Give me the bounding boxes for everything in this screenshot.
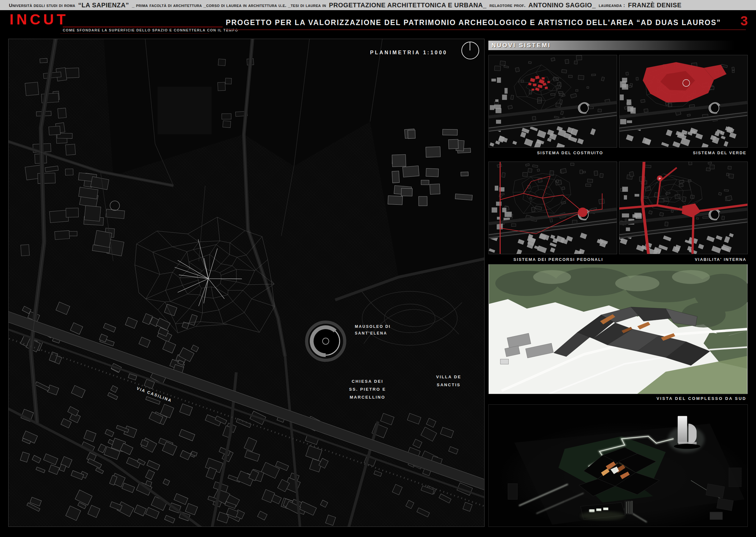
green-system-highlight: [643, 62, 727, 103]
topbar-segment: Università degli studi di roma: [9, 3, 75, 8]
caption-sistema-del-costruito: SISTEMA DEL COSTRUITO: [488, 150, 617, 157]
tile-percorsi-pedonali: [488, 162, 617, 254]
map-label-chiesa: CHIESA DEI SS. PIETRO E MARCELLINO: [345, 377, 390, 401]
render-night-view: [488, 404, 748, 527]
board-title: PROGETTO PER LA VALORIZZAZIONE DEL PATRI…: [226, 19, 701, 27]
caption-percorsi-pedonali: SISTEMA DEI PERCORSI PEDONALI: [488, 257, 617, 264]
tagline: COME SFONDARE LA SUPERFICIE DELLO SPAZIO…: [63, 28, 238, 32]
title-underline: [226, 29, 746, 30]
tile-viabilita-interna: P: [619, 162, 748, 254]
north-arrow-icon: [461, 42, 479, 59]
systems-sidebar: NUOVI SISTEMI: [488, 39, 748, 537]
topbar-segment: laureanda :: [599, 3, 625, 8]
caption-viabilita-interna: VIABILITA' INTERNA: [619, 257, 748, 264]
caption-sistema-del-verde: SISTEMA DEL VERDE: [619, 150, 748, 157]
page-number: 3: [740, 13, 748, 28]
topbar-segment: FRANZÈ DENISE: [628, 2, 681, 9]
caption-vista-complesso-sud: VISTA DEL COMPLESSO DA SUD: [488, 396, 746, 401]
logo-underline: [63, 27, 223, 27]
sidebar-header-nuovi-sistemi: NUOVI SISTEMI: [488, 41, 748, 50]
map-canvas: [9, 39, 484, 527]
thesis-board: { "topbar": { "segments": [ {"text": "Un…: [0, 0, 756, 537]
topbar-segment: relaotore prof.: [490, 3, 526, 8]
mausoleum-plan: [307, 322, 345, 360]
masthead: INCUT COME SFONDARE LA SUPERFICIE DELLO …: [0, 10, 756, 39]
incut-logo: INCUT: [10, 11, 68, 28]
tile-sistema-del-costruito: [488, 55, 617, 147]
map-label-mausoleo: MAUSOLEO DI SANT'ELENA: [355, 323, 391, 337]
render-vista-complesso-sud: [488, 264, 748, 394]
tile-sistema-del-verde: [619, 55, 748, 147]
university-header-bar: Università degli studi di roma “LA SAPIE…: [0, 0, 756, 10]
map-scale-label: PLANIMETRIA 1:1000: [370, 50, 447, 56]
parking-marker: P: [659, 177, 661, 180]
tagline-underline: [60, 33, 209, 34]
built-system-highlight: [528, 76, 550, 91]
topbar-segment: _ prima facoltà di architettura _corso d…: [132, 3, 326, 8]
topbar-segment: ANTONINO SAGGIO_: [528, 2, 596, 9]
topbar-segment: PROGETTAZIONE ARCHITETTONICA E URBANA_: [329, 2, 486, 9]
pedestrian-paths-highlight: [500, 162, 602, 254]
map-label-villa: VILLA DE SANCTIS: [430, 373, 467, 389]
main-map-panel: PLANIMETRIA 1:1000 MAUSOLEO DI SANT'ELEN…: [8, 39, 484, 527]
topbar-segment: “LA SAPIENZA”: [78, 2, 129, 9]
